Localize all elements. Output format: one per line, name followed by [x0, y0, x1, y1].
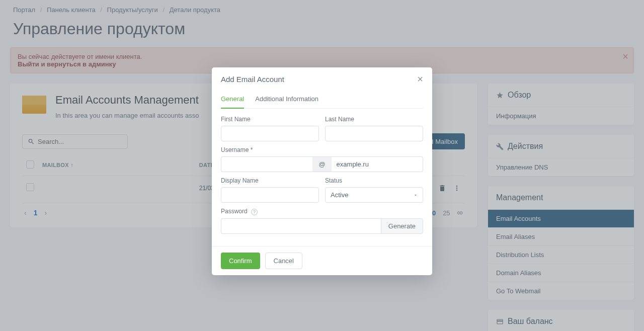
- first-name-input[interactable]: [221, 126, 319, 141]
- label-last-name: Last Name: [325, 116, 423, 123]
- last-name-input[interactable]: [325, 126, 423, 141]
- label-username: Username *: [221, 146, 423, 153]
- tab-general[interactable]: General: [221, 91, 244, 109]
- label-password: Password ?: [221, 208, 423, 215]
- username-input[interactable]: [221, 156, 312, 172]
- modal-close-icon[interactable]: ×: [417, 73, 423, 85]
- help-icon[interactable]: ?: [251, 209, 258, 215]
- label-first-name: First Name: [221, 116, 319, 123]
- display-name-input[interactable]: [221, 187, 319, 203]
- label-display-name: Display Name: [221, 177, 319, 184]
- cancel-button[interactable]: Cancel: [265, 253, 302, 269]
- modal-overlay[interactable]: Add Email Account × General Additional I…: [0, 0, 644, 331]
- confirm-button[interactable]: Confirm: [221, 253, 260, 269]
- label-status: Status: [325, 177, 423, 184]
- tab-additional[interactable]: Additional Information: [255, 91, 318, 109]
- status-select[interactable]: [325, 187, 423, 203]
- add-email-modal: Add Email Account × General Additional I…: [212, 67, 432, 275]
- modal-title: Add Email Account: [221, 75, 284, 84]
- generate-button[interactable]: Generate: [381, 218, 423, 234]
- at-addon: @: [312, 156, 331, 172]
- domain-input[interactable]: [332, 156, 423, 172]
- password-input[interactable]: [221, 218, 381, 234]
